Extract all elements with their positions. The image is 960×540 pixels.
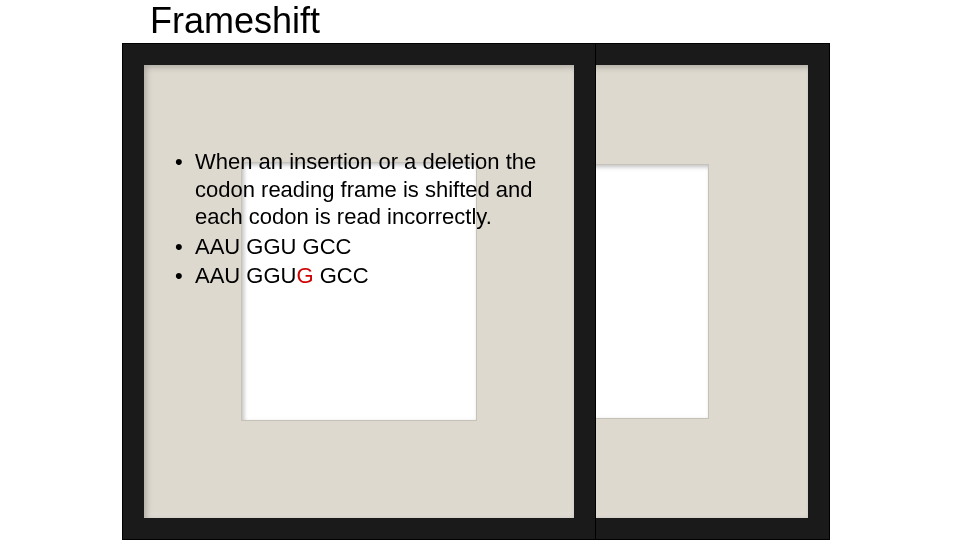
picture-frame-front: [122, 43, 596, 540]
bullet-3-seq-b: GCC: [314, 263, 369, 288]
slide-title: Frameshift: [150, 0, 320, 42]
frame-mat-front: [144, 65, 574, 518]
bullet-3: AAU GGUG GCC: [173, 262, 573, 290]
bullet-1: When an insertion or a deletion the codo…: [173, 148, 573, 231]
bullet-3-seq-a: AAU GGU: [195, 263, 296, 288]
bullet-list: When an insertion or a deletion the codo…: [173, 148, 573, 292]
bullet-2: AAU GGU GCC: [173, 233, 573, 261]
bullet-3-inserted-base: G: [296, 263, 313, 288]
